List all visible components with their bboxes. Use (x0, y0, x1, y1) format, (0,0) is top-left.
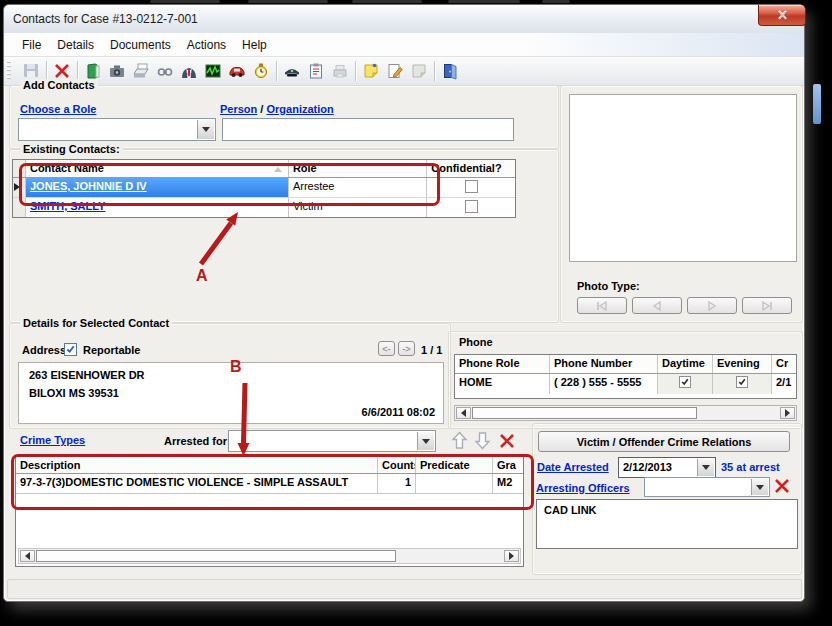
move-up-button (451, 431, 468, 452)
sticky-note-button[interactable] (359, 59, 383, 83)
camera-button[interactable] (105, 59, 129, 83)
evening-checkbox[interactable] (736, 376, 748, 388)
date-arrested-link[interactable]: Date Arrested (537, 461, 609, 473)
toolbar-separator (355, 61, 356, 81)
scroll-left-button[interactable] (456, 407, 471, 419)
date-arrested-value: 2/12/2013 (623, 461, 695, 473)
scroll-right-button[interactable] (780, 407, 795, 419)
edit-button[interactable] (383, 59, 407, 83)
evening-cell (713, 374, 772, 394)
phone-row[interactable]: HOME ( 228 ) 555 - 5555 2/1 (455, 374, 796, 394)
menu-help[interactable]: Help (234, 35, 275, 55)
photo-next-button (687, 297, 737, 314)
crime-types-link[interactable]: Crime Types (20, 434, 85, 446)
organization-link[interactable]: Organization (266, 103, 333, 115)
menu-documents[interactable]: Documents (102, 35, 179, 55)
photo-first-button (577, 297, 627, 314)
edit-icon (386, 62, 404, 80)
role-select-arrow[interactable] (197, 120, 214, 139)
window-title: Contacts for Case #13-0212-7-001 (13, 12, 198, 26)
police-cap-button[interactable] (280, 59, 304, 83)
arrested-for-arrow[interactable] (417, 432, 434, 450)
clipboard-button[interactable] (304, 59, 328, 83)
created-cell[interactable]: 2/1 (772, 374, 796, 394)
menu-file[interactable]: File (14, 35, 49, 55)
crime-horizontal-scrollbar[interactable] (18, 548, 521, 564)
confidential-header-label: Confidential? (431, 162, 501, 174)
person-organization-links: Person / Organization (220, 103, 334, 115)
close-icon (777, 10, 788, 20)
confidential-cell (427, 178, 515, 197)
chevron-down-icon (756, 485, 764, 490)
officer-delete-button[interactable] (773, 477, 791, 497)
column-header-evening[interactable]: Evening (713, 355, 772, 373)
address-pager: 1 / 1 (421, 344, 442, 356)
close-button[interactable] (758, 5, 806, 26)
column-header-phone-role[interactable]: Phone Role (455, 355, 550, 373)
vehicle-button[interactable] (225, 59, 249, 83)
handcuffs-button[interactable] (153, 59, 177, 83)
victim-offender-relations-button[interactable]: Victim / Offender Crime Relations (538, 431, 790, 452)
column-header-daytime[interactable]: Daytime (658, 355, 713, 373)
choose-a-role-link[interactable]: Choose a Role (20, 103, 96, 115)
arrested-for-select[interactable] (228, 430, 436, 452)
add-contacts-group: Add Contacts Choose a Role Person / Orga… (9, 85, 559, 149)
chevron-down-icon (422, 439, 430, 444)
scrollbar-thumb[interactable] (472, 407, 697, 419)
confidential-checkbox[interactable] (465, 180, 478, 193)
scrollbar-thumb[interactable] (36, 550, 396, 562)
column-header-confidential[interactable]: Confidential? (427, 160, 515, 177)
phone-number-cell[interactable]: ( 228 ) 555 - 5555 (550, 374, 658, 394)
victim-offender-relations-label: Victim / Offender Crime Relations (577, 436, 752, 448)
details-group-label: Details for Selected Contact (20, 317, 172, 329)
scroll-right-icon (785, 409, 790, 417)
sticky-note-icon (362, 62, 380, 80)
address-book-icon (84, 62, 102, 80)
scanner-button[interactable] (129, 59, 153, 83)
phone-role-cell[interactable]: HOME (455, 374, 550, 394)
confidential-checkbox[interactable] (465, 200, 478, 213)
suspect-clothing-button[interactable] (177, 59, 201, 83)
date-arrested-arrow[interactable] (697, 459, 714, 476)
clipboard-icon (307, 62, 325, 80)
address-next-button: -> (398, 341, 415, 356)
arresting-officers-arrow[interactable] (751, 479, 768, 495)
phone-table: Phone Role Phone Number Daytime Evening … (454, 354, 797, 399)
phone-horizontal-scrollbar[interactable] (454, 405, 797, 421)
person-name-input[interactable] (222, 118, 514, 141)
menu-actions[interactable]: Actions (179, 35, 234, 55)
photo-placeholder (569, 94, 797, 262)
checkmark-icon (681, 378, 689, 386)
existing-contacts-group-label: Existing Contacts: (20, 143, 123, 155)
menu-details[interactable]: Details (49, 35, 102, 55)
scroll-right-button[interactable] (504, 550, 519, 562)
role-select[interactable] (18, 118, 216, 141)
copier-icon (331, 62, 349, 80)
arresting-officers-select[interactable] (644, 477, 770, 497)
column-header-created[interactable]: Cr (772, 355, 796, 373)
address-label: Address (22, 344, 66, 356)
exit-door-button[interactable] (438, 59, 462, 83)
move-down-button (474, 431, 491, 452)
toolbar-separator (434, 61, 435, 81)
photo-type-label: Photo Type: (577, 280, 640, 292)
sticky-note-disabled-icon (410, 62, 428, 80)
address-timestamp: 6/6/2011 08:02 (362, 406, 435, 418)
annotation-b-label: B (230, 358, 242, 376)
phone-header-row: Phone Role Phone Number Daytime Evening … (455, 355, 796, 374)
police-cap-icon (283, 62, 301, 80)
phone-label: Phone (459, 336, 493, 348)
checkmark-icon (738, 378, 746, 386)
watch-button[interactable] (249, 59, 273, 83)
reportable-checkbox[interactable] (64, 343, 77, 356)
date-arrested-select[interactable]: 2/12/2013 (618, 457, 716, 478)
crime-delete-button[interactable] (498, 432, 516, 452)
up-arrow-icon (451, 431, 468, 450)
daytime-checkbox[interactable] (679, 376, 691, 388)
column-header-phone-number[interactable]: Phone Number (550, 355, 658, 373)
arresting-officers-link[interactable]: Arresting Officers (536, 482, 630, 494)
previous-arrow-label: <- (382, 344, 390, 354)
waveform-button[interactable] (201, 59, 225, 83)
scroll-left-button[interactable] (20, 550, 35, 562)
person-link[interactable]: Person (220, 103, 257, 115)
